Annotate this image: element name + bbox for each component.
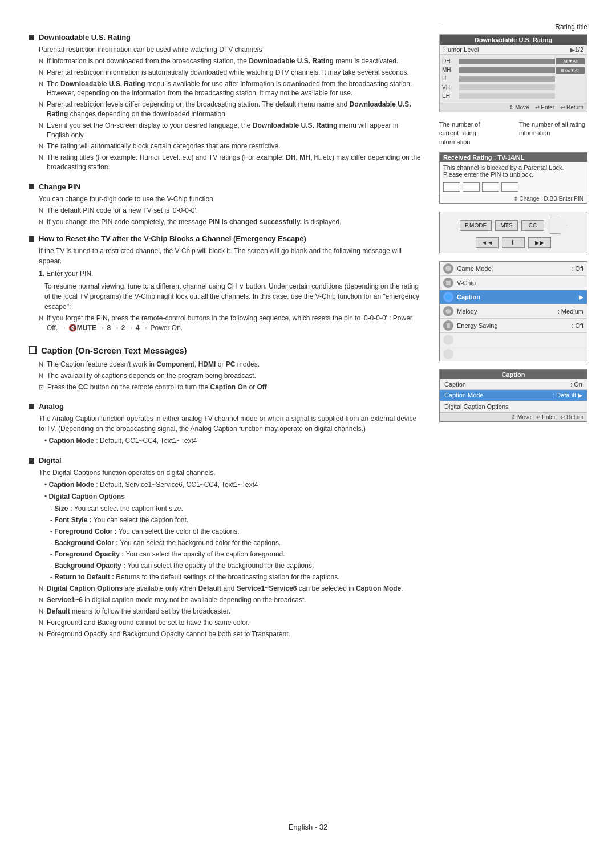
caption-svg bbox=[445, 294, 452, 300]
bottom-note-3: N Default means to follow the standard s… bbox=[39, 607, 422, 616]
step-1: 1. Enter your PIN. bbox=[39, 269, 422, 279]
digital-sub-3: Foreground Color : You can select the co… bbox=[50, 526, 422, 537]
note-7: N The rating titles (For example: Humor … bbox=[39, 153, 422, 172]
digital-sub-2: Font Style : You can select the caption … bbox=[50, 515, 422, 525]
bottom-note-1: N Digital Caption Options are available … bbox=[39, 584, 422, 594]
note-icon-17: N bbox=[39, 630, 43, 639]
digital-bullet-1: Caption Mode : Default, Service1~Service… bbox=[44, 480, 422, 490]
cc-button[interactable]: CC bbox=[521, 220, 544, 231]
digital-bullet-2: Digital Caption Options bbox=[44, 491, 422, 502]
svg-rect-1 bbox=[446, 281, 451, 285]
right-column: Rating title Downloadable U.S. Rating Hu… bbox=[439, 23, 587, 640]
blank-icon-2 bbox=[443, 349, 453, 359]
note-icon-9: N bbox=[39, 218, 43, 226]
annotation-left: The number of current rating information bbox=[439, 120, 496, 147]
caption-note-1: N The Caption feature doesn't work in Co… bbox=[39, 360, 422, 369]
change-label: ⇕ Change bbox=[513, 196, 540, 202]
note-icon-12: N bbox=[39, 372, 43, 380]
setup-row-vchip: V-Chip bbox=[440, 276, 587, 290]
pin-reset-note: N If you forget the PIN, press the remot… bbox=[39, 314, 422, 333]
energy-icon bbox=[443, 320, 453, 331]
melody-value: : Medium bbox=[558, 308, 583, 315]
digital-heading: Digital bbox=[29, 456, 422, 465]
received-nav: ⇕ Change D.BB Enter PIN bbox=[440, 194, 587, 203]
page: Downloadable U.S. Rating Parental restri… bbox=[0, 0, 616, 845]
pmode-button[interactable]: P.MODE bbox=[460, 220, 492, 231]
note-icon-3: N bbox=[39, 80, 43, 88]
caption-row-label-3: Digital Caption Options bbox=[444, 403, 582, 410]
svg-point-0 bbox=[445, 266, 451, 271]
downloadable-rating-heading: Downloadable U.S. Rating bbox=[29, 33, 422, 42]
vchip-svg bbox=[445, 279, 452, 286]
setup-row-blank2 bbox=[440, 347, 587, 361]
change-pin-heading: Change PIN bbox=[29, 182, 422, 191]
emergency-body: If the TV is tuned to a restricted chann… bbox=[39, 246, 422, 266]
caption-row-value-1: : On bbox=[570, 381, 582, 388]
humor-value: 1/2 bbox=[575, 46, 583, 53]
rating-title-line bbox=[439, 27, 553, 27]
section-square-icon bbox=[29, 35, 34, 40]
caption-fn-note: ⊡ Press the CC button on the remote cont… bbox=[39, 383, 422, 392]
analog-body: The Analog Caption function operates in … bbox=[39, 413, 422, 434]
analog-heading: Analog bbox=[29, 402, 422, 411]
note-icon-1: N bbox=[39, 57, 43, 66]
mts-button[interactable]: MTS bbox=[495, 220, 518, 231]
svg-rect-4 bbox=[447, 323, 450, 328]
left-column: Downloadable U.S. Rating Parental restri… bbox=[29, 23, 422, 640]
section-square-icon-5 bbox=[29, 458, 34, 464]
setup-row-caption[interactable]: Caption ▶ bbox=[440, 290, 587, 304]
rating-h: H bbox=[442, 75, 458, 82]
pause-button[interactable]: II bbox=[502, 237, 525, 248]
note-icon-5: N bbox=[39, 121, 43, 130]
note-icon-14: N bbox=[39, 596, 43, 604]
note-icon-4: N bbox=[39, 100, 43, 109]
note-icon-16: N bbox=[39, 619, 43, 627]
setup-row-melody: Melody : Medium bbox=[440, 304, 587, 319]
panel-title: Downloadable U.S. Rating bbox=[440, 35, 587, 45]
pin-box-3 bbox=[482, 182, 499, 192]
gamemode-icon bbox=[443, 263, 453, 274]
bottom-note-2: N Service1~6 in digital caption mode may… bbox=[39, 595, 422, 605]
caption-box-header: Caption bbox=[440, 370, 587, 379]
badge-all: All▼All bbox=[556, 58, 585, 64]
rating-title: Rating title bbox=[439, 23, 587, 31]
digital-body: The Digital Captions function operates o… bbox=[39, 468, 422, 478]
energy-svg bbox=[445, 322, 452, 329]
enter-pin-label: D.BB Enter PIN bbox=[544, 196, 583, 202]
rating-annotation: The number of current rating information… bbox=[439, 120, 587, 147]
nav-return: ↩ Return bbox=[560, 104, 583, 111]
melody-svg bbox=[445, 308, 452, 315]
note-icon-15: N bbox=[39, 607, 43, 616]
caption-row-label-2: Caption Mode bbox=[444, 392, 553, 399]
remote-row-2: ◄◄ II ▶▶ bbox=[476, 237, 551, 248]
caption-settings-box: Caption Caption : On Caption Mode : Defa… bbox=[439, 369, 587, 422]
caption-row-mode[interactable]: Caption Mode : Default ▶ bbox=[440, 390, 587, 401]
note-1: N If information is not downloaded from … bbox=[39, 56, 422, 66]
caption-note-2: N The availability of captions depends o… bbox=[39, 371, 422, 381]
rating-dh: DH bbox=[442, 58, 458, 64]
note-6: N The rating will automatically block ce… bbox=[39, 141, 422, 151]
digital-sub-7: Return to Default : Returns to the defau… bbox=[50, 572, 422, 582]
arrow-indicator bbox=[550, 217, 567, 234]
humor-label: Humor Level bbox=[443, 46, 570, 53]
pin-inputs bbox=[443, 182, 583, 192]
pin-box-1 bbox=[443, 182, 460, 192]
caption-row-value-2: : Default ▶ bbox=[553, 392, 582, 399]
caption-nav-enter: ↵ Enter bbox=[536, 414, 556, 420]
pin-note-1: N The default PIN code for a new TV set … bbox=[39, 206, 422, 216]
rating-eh: EH bbox=[442, 93, 458, 99]
energy-value: : Off bbox=[572, 322, 583, 329]
downloadable-rating-body: Parental restriction information can be … bbox=[39, 44, 422, 55]
footer-text: English - 32 bbox=[289, 823, 328, 831]
caption-nav-bar: ⇕ Move ↵ Enter ↩ Return bbox=[440, 412, 587, 421]
fastforward-button[interactable]: ▶▶ bbox=[528, 237, 551, 248]
digital-sub-6: Background Opacity : You can select the … bbox=[50, 560, 422, 571]
checkbox-icon bbox=[29, 346, 37, 354]
rewind-button[interactable]: ◄◄ bbox=[476, 237, 499, 248]
received-body: This channel is blocked by a Parental Lo… bbox=[440, 162, 587, 180]
setup-menu-box: Game Mode : Off V-Chip Caption ▶ bbox=[439, 261, 587, 361]
page-footer: English - 32 bbox=[0, 823, 616, 831]
blank-icon-1 bbox=[443, 335, 453, 345]
humor-row: Humor Level ▶ 1/2 bbox=[440, 45, 587, 55]
caption-row-label-1: Caption bbox=[444, 381, 570, 388]
